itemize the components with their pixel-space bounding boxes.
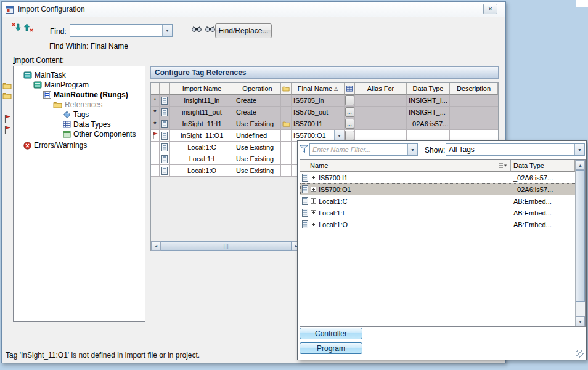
description-cell[interactable]: [450, 95, 498, 107]
close-button[interactable]: ×: [483, 4, 497, 14]
find-down-binoculars-icon[interactable]: [190, 23, 203, 34]
browse-ellipsis-button[interactable]: ...: [345, 107, 354, 117]
description-cell[interactable]: [450, 107, 498, 118]
header-alias-for[interactable]: Alias For: [355, 83, 407, 95]
browser-row[interactable]: IS5700:I1 _02A6:is57...: [300, 172, 585, 183]
browser-row[interactable]: Local:1:C AB:Embed...: [300, 195, 585, 207]
chevron-down-icon[interactable]: ▼: [334, 130, 344, 141]
browser-tag-name[interactable]: IS5700:O1: [319, 186, 351, 193]
final-name-cell[interactable]: IS5705_out: [292, 107, 345, 118]
scroll-down-arrow[interactable]: ▼: [576, 316, 585, 326]
expand-plus-icon[interactable]: [311, 222, 316, 227]
header-operation[interactable]: Operation: [234, 83, 281, 95]
tree-item-maintask[interactable]: MainTask: [23, 70, 66, 80]
browser-tag-name[interactable]: Local:1:I: [319, 209, 345, 217]
browser-header-data-type[interactable]: Data Type: [511, 160, 575, 172]
tag-module-icon: [160, 95, 170, 107]
import-name-cell[interactable]: Local:1:C: [170, 142, 234, 153]
scroll-up-arrow[interactable]: ▲: [576, 160, 585, 170]
vscrollbar-thumb[interactable]: [576, 170, 585, 302]
chevron-down-icon[interactable]: ▼: [407, 144, 417, 155]
program-button[interactable]: Program: [300, 342, 362, 354]
description-cell[interactable]: [450, 118, 498, 130]
import-name-cell[interactable]: Local:1:I: [170, 153, 234, 165]
import-name-cell[interactable]: Local:1:O: [170, 165, 234, 177]
expand-plus-icon[interactable]: [311, 175, 316, 180]
final-name-cell[interactable]: IS5700:I1: [292, 118, 345, 130]
browser-row[interactable]: Local:1:I AB:Embed...: [300, 207, 585, 219]
error-flag-icon: [151, 130, 160, 142]
browser-tag-name[interactable]: Local:1:C: [319, 198, 347, 205]
table-header-row: Import Name Operation Final Name△ Alias …: [151, 83, 498, 95]
column-options-icon[interactable]: [499, 163, 507, 170]
browse-ellipsis-button[interactable]: ...: [345, 131, 354, 140]
import-name-cell[interactable]: InSight_11:I1: [170, 118, 234, 130]
vertical-scrollbar[interactable]: ▲ ▼: [575, 160, 585, 326]
alias-for-cell[interactable]: [355, 95, 407, 107]
alias-for-cell[interactable]: [355, 118, 407, 130]
browse-cell[interactable]: ...: [345, 107, 355, 118]
scroll-left-arrow[interactable]: ◄: [151, 241, 161, 251]
browser-header-name[interactable]: Name: [300, 160, 511, 172]
find-input[interactable]: [70, 25, 162, 36]
operation-cell[interactable]: Use Existing: [234, 118, 281, 130]
operation-cell[interactable]: Create: [234, 95, 281, 107]
import-name-cell[interactable]: InSight_11:O1: [170, 130, 234, 142]
filter-funnel-icon[interactable]: [300, 145, 308, 156]
expand-plus-icon[interactable]: [311, 210, 316, 215]
header-description[interactable]: Description: [450, 83, 498, 95]
expand-plus-icon[interactable]: [311, 198, 316, 204]
browser-tag-name[interactable]: IS5700:I1: [319, 174, 348, 182]
chevron-down-icon[interactable]: ▼: [574, 144, 584, 155]
title-bar[interactable]: Import Configuration ×: [2, 2, 505, 17]
header-data-type[interactable]: Data Type: [407, 83, 450, 95]
browse-ellipsis-button[interactable]: ...: [345, 119, 354, 129]
import-name-cell[interactable]: insight11_in: [170, 95, 234, 107]
alias-for-cell[interactable]: [355, 107, 407, 118]
tree-item-errors-warnings[interactable]: Errors/Warnings: [23, 140, 87, 150]
operation-cell[interactable]: Use Existing: [234, 165, 281, 177]
controller-button[interactable]: Controller: [300, 328, 362, 339]
table-row[interactable]: * insight11_in Create IS5705_in ... INSI…: [151, 95, 498, 107]
goto-previous-icon[interactable]: [9, 22, 22, 33]
browser-row-selected[interactable]: IS5700:O1 _02A6:is57...: [300, 183, 585, 195]
routine-ladder-icon: [43, 91, 51, 99]
browse-cell[interactable]: ...: [345, 118, 355, 130]
operation-cell[interactable]: Use Existing: [234, 142, 281, 153]
hscrollbar-thumb[interactable]: |||: [161, 241, 292, 251]
tree-item-other-components[interactable]: Other Components: [63, 129, 136, 139]
tree-item-references[interactable]: References: [53, 100, 102, 110]
browse-ellipsis-button[interactable]: ...: [345, 95, 354, 105]
name-filter-combobox[interactable]: ▼: [309, 143, 418, 156]
find-combobox[interactable]: ▼: [70, 24, 173, 37]
tree-item-mainprogram[interactable]: MainProgram: [33, 80, 89, 90]
folder-icon: [53, 101, 62, 108]
find-up-binoculars-icon[interactable]: [204, 23, 216, 34]
chevron-down-icon[interactable]: ▼: [162, 25, 172, 36]
goto-next-icon[interactable]: [23, 22, 35, 33]
table-row[interactable]: * InSight_11:I1 Use Existing IS5700:I1 .…: [151, 118, 498, 130]
final-name-cell[interactable]: IS5705_in: [292, 95, 345, 107]
resize-grip[interactable]: [576, 350, 584, 358]
tree-item-tags[interactable]: Tags: [63, 110, 89, 119]
name-filter-input[interactable]: [310, 144, 407, 155]
flag-icon: [4, 115, 10, 123]
import-name-cell[interactable]: insight11_out: [170, 107, 234, 118]
browse-cell[interactable]: ...: [345, 95, 355, 107]
expand-plus-icon[interactable]: [311, 187, 316, 192]
header-browse-col: [345, 83, 355, 95]
browser-tag-name[interactable]: Local:1:O: [319, 221, 348, 228]
header-final-name[interactable]: Final Name△: [292, 83, 345, 95]
operation-cell[interactable]: Use Existing: [234, 153, 281, 165]
show-combobox[interactable]: All Tags ▼: [446, 143, 585, 156]
find-replace-button[interactable]: Find/Replace...: [215, 23, 272, 38]
tree-item-data-types[interactable]: Data Types: [63, 119, 110, 129]
browser-row[interactable]: Local:1:O AB:Embed...: [300, 219, 585, 230]
header-import-name[interactable]: Import Name: [170, 83, 234, 95]
data-type-cell: INSIGHT_I...: [407, 95, 450, 107]
tree-item-mainroutine[interactable]: MainRoutine (Rungs): [43, 90, 128, 100]
operation-cell[interactable]: Undefined: [234, 130, 281, 142]
operation-cell[interactable]: Create: [234, 107, 281, 118]
program-icon: [33, 81, 42, 89]
table-row[interactable]: * insight11_out Create IS5705_out ... IN…: [151, 107, 498, 118]
